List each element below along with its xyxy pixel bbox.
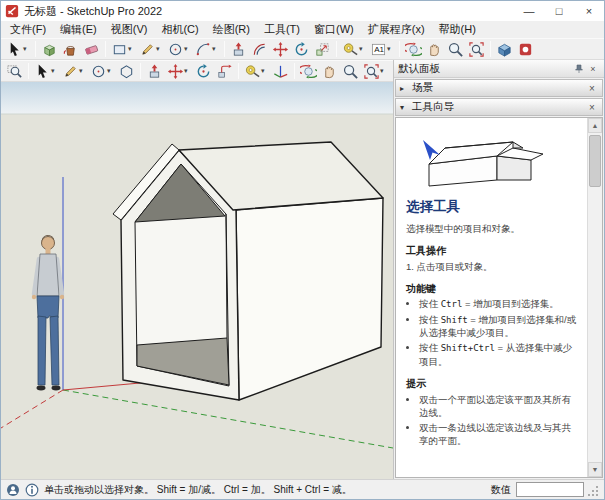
orbit-tool[interactable]	[403, 39, 424, 59]
info-icon[interactable]	[25, 483, 39, 497]
dropdown-arrow-icon[interactable]: ▾	[380, 67, 387, 75]
dropdown-arrow-icon[interactable]: ▾	[79, 67, 86, 75]
circle-tool[interactable]: ▾	[165, 39, 193, 59]
instructor-content: 选择工具 选择模型中的项目和对象。 工具操作 1. 点击项目或对象。 功能键 按…	[396, 118, 587, 477]
section-scenes[interactable]: ▸ 场景 ×	[395, 79, 603, 97]
menu-item-5[interactable]: 绘图(R)	[206, 21, 257, 38]
dropdown-arrow-icon[interactable]: ▾	[51, 67, 58, 75]
dropdown-arrow-icon[interactable]: ▾	[261, 67, 268, 75]
scroll-up-button[interactable]: ▲	[588, 118, 602, 133]
close-button[interactable]: ×	[574, 1, 604, 21]
menu-item-4[interactable]: 相机(C)	[154, 21, 205, 38]
maximize-button[interactable]: □	[544, 1, 574, 21]
zoom-tool[interactable]	[445, 39, 466, 59]
panel-header: 默认面板 ×	[394, 60, 604, 78]
pan-tool-alt[interactable]	[319, 61, 340, 81]
model-viewport[interactable]	[1, 82, 393, 479]
instructor-tool-description: 选择模型中的项目和对象。	[406, 222, 579, 235]
menu-item-2[interactable]: 编辑(E)	[53, 21, 104, 38]
house-model[interactable]	[113, 142, 383, 400]
scroll-down-button[interactable]: ▼	[588, 462, 602, 477]
menu-item-1[interactable]: 文件(F)	[3, 21, 53, 38]
line-tool[interactable]: ▾	[137, 39, 165, 59]
arc-tool[interactable]: ▾	[193, 39, 221, 59]
orbit-tool-alt[interactable]	[298, 61, 319, 81]
dropdown-arrow-icon[interactable]: ▾	[387, 45, 394, 53]
instructor-tool-name: 选择工具	[406, 198, 579, 217]
push-pull-tool[interactable]	[228, 39, 249, 59]
tips-list: 双击一个平面以选定该平面及其所有边线。双击一条边线以选定该边线及与其共享的平面。	[406, 393, 579, 447]
circle-tool-alt[interactable]: ▾	[88, 61, 116, 81]
section-close-icon[interactable]: ×	[586, 102, 598, 113]
zoom-tool-alt[interactable]	[340, 61, 361, 81]
scroll-track[interactable]	[588, 133, 602, 462]
polygon-tool[interactable]	[116, 61, 137, 81]
rotate-tool-alt[interactable]	[193, 61, 214, 81]
tape-measure-tool[interactable]: ▾	[340, 39, 368, 59]
tip-item: 双击一个平面以选定该平面及其所有边线。	[419, 393, 579, 419]
paint-bucket-tool[interactable]	[60, 39, 81, 59]
resize-grip[interactable]	[589, 483, 599, 497]
measurements-input[interactable]	[516, 482, 584, 497]
instructor-panel: 选择工具 选择模型中的项目和对象。 工具操作 1. 点击项目或对象。 功能键 按…	[395, 117, 603, 478]
toolbar-row-1: ▾▾▾▾▾▾A1▾	[1, 38, 604, 60]
minimize-button[interactable]: —	[514, 1, 544, 21]
auto-hide-pin-icon[interactable]	[572, 62, 586, 76]
zoom-extents-tool-alt[interactable]: ▾	[361, 61, 389, 81]
eraser-tool[interactable]	[81, 39, 102, 59]
dropdown-arrow-icon[interactable]: ▾	[128, 45, 135, 53]
push-pull-tool-alt[interactable]	[144, 61, 165, 81]
toolbar-divider	[490, 41, 491, 57]
zoom-extents-tool[interactable]	[466, 39, 487, 59]
text-tool[interactable]: A1▾	[368, 39, 396, 59]
instructor-scrollbar[interactable]: ▲ ▼	[587, 118, 602, 477]
move-tool[interactable]	[270, 39, 291, 59]
dropdown-arrow-icon[interactable]: ▾	[156, 45, 163, 53]
toolbar-divider	[294, 63, 295, 79]
menu-item-7[interactable]: 窗口(W)	[307, 21, 361, 38]
select-tool[interactable]: ▾	[4, 39, 32, 59]
menu-item-6[interactable]: 工具(T)	[257, 21, 307, 38]
section-instructor[interactable]: ▾ 工具向导 ×	[395, 98, 603, 116]
menu-item-8[interactable]: 扩展程序(x)	[361, 21, 432, 38]
dropdown-arrow-icon[interactable]: ▾	[107, 67, 114, 75]
dropdown-arrow-icon[interactable]: ▾	[212, 45, 219, 53]
toolbar-row-2: ▾▾▾▾▾▾	[1, 60, 393, 82]
menu-item-9[interactable]: 帮助(H)	[432, 21, 483, 38]
make-component-tool[interactable]	[39, 39, 60, 59]
tape-measure-tool-alt[interactable]: ▾	[242, 61, 270, 81]
offset-tool[interactable]	[249, 39, 270, 59]
status-bar: 单击或拖动以选择对象。 Shift = 加/减。 Ctrl = 加。 Shift…	[1, 479, 604, 499]
section-instructor-label: 工具向导	[412, 100, 586, 114]
menu-item-3[interactable]: 视图(V)	[104, 21, 155, 38]
dropdown-arrow-icon[interactable]: ▾	[184, 67, 191, 75]
rotate-tool[interactable]	[291, 39, 312, 59]
menu-bar: 文件(F)编辑(E)视图(V)相机(C)绘图(R)工具(T)窗口(W)扩展程序(…	[1, 21, 604, 38]
dropdown-arrow-icon[interactable]: ▾	[359, 45, 366, 53]
toolbar-divider	[140, 63, 141, 79]
dropdown-arrow-icon[interactable]: ▾	[184, 45, 191, 53]
title-bar: 无标题 - SketchUp Pro 2022 — □ ×	[1, 1, 604, 21]
dropdown-arrow-icon[interactable]: ▾	[23, 45, 30, 53]
axes-tool[interactable]	[270, 61, 291, 81]
geolocation-icon[interactable]	[6, 483, 20, 497]
pan-tool[interactable]	[424, 39, 445, 59]
scroll-thumb[interactable]	[589, 135, 601, 187]
viewport-scene[interactable]	[1, 82, 393, 479]
modifiers-list: 按住 Ctrl = 增加项目到选择集。按住 Shift = 增加项目到选择集和/…	[406, 297, 579, 367]
zoom-window-tool[interactable]	[4, 61, 25, 81]
status-message: 单击或拖动以选择对象。 Shift = 加/减。 Ctrl = 加。 Shift…	[44, 483, 486, 497]
rectangle-tool[interactable]: ▾	[109, 39, 137, 59]
panel-close-icon[interactable]: ×	[586, 62, 600, 76]
section-close-icon[interactable]: ×	[586, 83, 598, 94]
3d-warehouse-button[interactable]	[494, 39, 515, 59]
select-tool-alt[interactable]: ▾	[32, 61, 60, 81]
scale-tool[interactable]	[312, 39, 333, 59]
extension-warehouse-button[interactable]	[515, 39, 536, 59]
move-tool-alt[interactable]: ▾	[165, 61, 193, 81]
toolbar-divider	[28, 63, 29, 79]
chevron-down-icon: ▾	[400, 103, 408, 112]
line-tool-alt[interactable]: ▾	[60, 61, 88, 81]
sketchup-logo-icon	[5, 4, 19, 18]
follow-me-tool[interactable]	[214, 61, 235, 81]
